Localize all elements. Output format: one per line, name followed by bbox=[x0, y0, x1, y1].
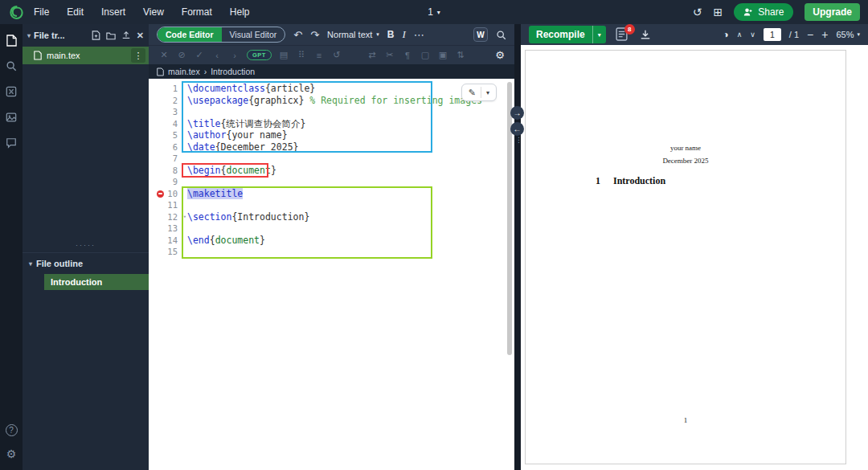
editor-scrollbar[interactable] bbox=[507, 82, 512, 355]
review-panel-icon[interactable] bbox=[5, 111, 18, 124]
menu-help[interactable]: Help bbox=[230, 6, 250, 18]
code-line[interactable] bbox=[187, 246, 514, 258]
upload-icon[interactable] bbox=[121, 31, 131, 40]
gutter-line[interactable]: 5 bbox=[149, 129, 184, 141]
paragraph-icon[interactable]: ¶ bbox=[402, 51, 413, 60]
logs-button[interactable]: 8 bbox=[616, 27, 630, 42]
help-icon[interactable]: ? bbox=[6, 424, 18, 436]
overleaf-logo-icon[interactable] bbox=[8, 4, 24, 20]
breadcrumb-file[interactable]: main.tex bbox=[168, 67, 200, 76]
menu-format[interactable]: Format bbox=[182, 6, 212, 18]
chat-icon[interactable] bbox=[5, 137, 18, 149]
history-icon[interactable]: ↺ bbox=[693, 6, 702, 18]
close-icon[interactable]: ✕ bbox=[158, 50, 170, 60]
menu-view[interactable]: View bbox=[143, 6, 164, 18]
new-folder-icon[interactable] bbox=[106, 31, 116, 40]
bold-button[interactable]: B bbox=[387, 29, 395, 40]
prev-icon[interactable]: ‹ bbox=[211, 51, 223, 60]
download-pdf-icon[interactable] bbox=[640, 29, 651, 40]
code-line[interactable] bbox=[187, 223, 514, 235]
zoom-out-icon[interactable]: − bbox=[807, 28, 813, 41]
collapse-caret-icon[interactable]: ▾ bbox=[27, 32, 31, 39]
settings-gear-icon[interactable]: ⚙ bbox=[5, 448, 18, 460]
pane-splitter[interactable]: → ← ⋮ bbox=[514, 24, 521, 470]
code-line[interactable]: \title{统计调查协会简介} bbox=[187, 118, 514, 130]
gutter-line[interactable]: 6 bbox=[149, 141, 184, 153]
gutter-line[interactable]: 14 bbox=[149, 235, 184, 247]
gutter-line[interactable]: 15 bbox=[149, 246, 184, 258]
theme-contrast-icon[interactable]: ◑ bbox=[723, 29, 728, 40]
redo-icon[interactable]: ↷ bbox=[310, 29, 319, 41]
table-icon[interactable]: ▤ bbox=[278, 50, 289, 60]
reorder-icon[interactable]: ⇅ bbox=[455, 50, 466, 60]
writefull-icon[interactable]: W bbox=[473, 27, 488, 42]
code-line[interactable] bbox=[187, 199, 514, 211]
paragraph-format-dropdown[interactable]: Normal text ▾ bbox=[327, 30, 379, 39]
symbol-palette-icon[interactable] bbox=[5, 85, 18, 98]
recompile-dropdown-icon[interactable]: ▾ bbox=[592, 26, 606, 43]
block-icon[interactable]: ⊘ bbox=[176, 50, 187, 60]
gutter-line[interactable]: 3 bbox=[149, 106, 184, 118]
page-up-icon[interactable]: ∧ bbox=[737, 31, 743, 39]
expand-left-icon[interactable]: ← bbox=[510, 122, 524, 136]
code-area[interactable]: 123456789101112▾131415 \documentclass{ar… bbox=[149, 79, 514, 470]
code-line[interactable]: \maketitle bbox=[187, 188, 514, 200]
box-empty-icon[interactable]: ▢ bbox=[420, 50, 431, 60]
next-icon[interactable]: › bbox=[229, 51, 240, 60]
gutter-line[interactable]: 8 bbox=[149, 165, 184, 177]
visual-editor-toggle[interactable]: Visual Editor bbox=[222, 27, 285, 42]
editor-search-icon[interactable] bbox=[496, 30, 506, 40]
fold-arrow-icon[interactable]: ▾ bbox=[183, 211, 186, 223]
page-number-input[interactable] bbox=[764, 28, 781, 41]
undo-icon[interactable]: ↶ bbox=[293, 29, 302, 41]
page-down-icon[interactable]: ∨ bbox=[750, 31, 755, 39]
list-icon[interactable]: ≡ bbox=[313, 51, 325, 60]
breadcrumb-section[interactable]: Introduction bbox=[211, 67, 255, 76]
writefull-settings-icon[interactable]: ⚙ bbox=[495, 49, 505, 61]
code-editor-toggle[interactable]: Code Editor bbox=[158, 27, 222, 42]
file-tree-icon[interactable] bbox=[5, 34, 18, 47]
gutter-line[interactable]: 9 bbox=[149, 176, 184, 188]
editor-count-dropdown[interactable]: 1 ▾ bbox=[428, 6, 440, 18]
gutter-line[interactable]: 10 bbox=[149, 188, 184, 200]
menu-edit[interactable]: Edit bbox=[67, 6, 84, 18]
gutter-line[interactable]: 1 bbox=[149, 83, 184, 95]
code-line[interactable]: \section{Introduction} bbox=[187, 211, 514, 223]
file-item-maintex[interactable]: main.tex ⋮ bbox=[23, 47, 149, 64]
gutter-line[interactable]: 11 bbox=[149, 199, 184, 211]
menu-file[interactable]: File bbox=[34, 6, 49, 18]
code-line[interactable]: \date{December 2025} bbox=[187, 141, 514, 153]
code-line[interactable]: \author{your name} bbox=[187, 129, 514, 141]
file-menu-kebab-icon[interactable]: ⋮ bbox=[131, 48, 145, 63]
accept-icon[interactable]: ✓ bbox=[194, 50, 205, 60]
close-panel-icon[interactable]: ✕ bbox=[137, 31, 144, 41]
more-tools-icon[interactable]: ⋯ bbox=[414, 29, 424, 41]
grid-icon[interactable]: ⠿ bbox=[296, 50, 307, 60]
code-line[interactable]: \begin{document} bbox=[187, 165, 514, 177]
gutter-line[interactable]: 7 bbox=[149, 153, 184, 165]
italic-button[interactable]: I bbox=[403, 28, 406, 41]
gutter-line[interactable]: 12▾ bbox=[149, 211, 184, 223]
new-file-icon[interactable] bbox=[92, 31, 100, 40]
cut-icon[interactable]: ✂ bbox=[384, 50, 395, 60]
layout-icon[interactable]: ⊞ bbox=[714, 6, 723, 18]
code-line[interactable]: \end{document} bbox=[187, 235, 514, 247]
swap-icon[interactable]: ⇄ bbox=[366, 50, 378, 60]
menu-insert[interactable]: Insert bbox=[101, 6, 125, 18]
gutter-line[interactable]: 2 bbox=[149, 95, 184, 107]
box-filled-icon[interactable]: ▣ bbox=[437, 50, 448, 60]
file-outline-header[interactable]: ▾ File outline bbox=[23, 253, 149, 274]
edit-mode-button[interactable]: ✎ ▾ bbox=[461, 84, 497, 101]
gpt-badge[interactable]: GPT bbox=[247, 50, 272, 60]
upgrade-button[interactable]: Upgrade bbox=[805, 3, 860, 21]
gutter-line[interactable]: 13 bbox=[149, 223, 184, 235]
expand-right-icon[interactable]: → bbox=[510, 106, 524, 120]
code-line[interactable] bbox=[187, 153, 514, 165]
recompile-button[interactable]: Recompile ▾ bbox=[529, 26, 606, 43]
search-icon[interactable] bbox=[5, 59, 18, 72]
zoom-dropdown[interactable]: 65% ▾ bbox=[836, 30, 860, 39]
outline-item-introduction[interactable]: Introduction bbox=[44, 274, 149, 290]
code-line[interactable] bbox=[187, 176, 514, 188]
panel-resize-handle[interactable]: ····· bbox=[23, 241, 149, 249]
share-button[interactable]: Share bbox=[734, 3, 793, 21]
